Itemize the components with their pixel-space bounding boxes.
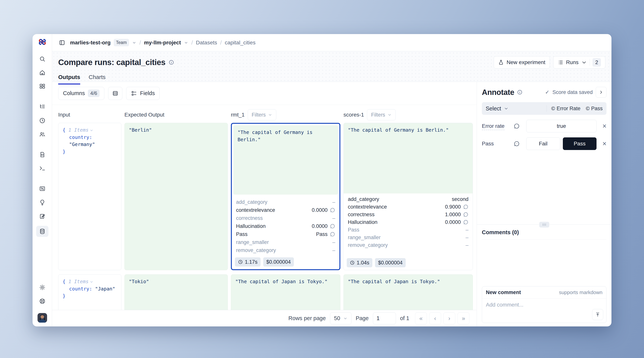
clear-field-button[interactable]: × [596,122,606,130]
latency-value: 1.17s [245,259,258,265]
comment-bubble-icon[interactable] [330,224,335,229]
chevron-down-icon[interactable] [132,40,136,45]
run-output-cell-rmt1[interactable]: "The capital of Germany is Berlin." add_… [231,123,340,270]
collapse-panel-button[interactable] [596,87,606,98]
home-icon[interactable] [38,68,46,77]
metric-label: Hallucination [348,219,445,225]
spec-symbol: © [551,106,555,112]
breadcrumb-datasets[interactable]: Datasets [196,40,217,46]
last-page-button[interactable]: » [458,313,470,324]
sidebar-toggle-icon[interactable] [58,38,66,47]
fail-option-button[interactable]: Fail [526,137,560,150]
comment-input[interactable] [486,302,602,318]
metric-label: add_category [236,199,332,205]
resize-handle[interactable] [539,222,549,228]
column-header-expected[interactable]: Expected Output [124,112,228,118]
next-page-button[interactable]: › [443,313,455,324]
traces-tree-icon[interactable] [38,103,46,111]
spec-badge-error-rate[interactable]: ©Error Rate [551,106,580,112]
comment-bubble-icon[interactable] [463,219,468,225]
chevron-down-icon [343,316,348,321]
submit-comment-button[interactable] [592,309,603,320]
tab-outputs[interactable]: Outputs [58,74,80,85]
metric-value: – [466,227,468,233]
metrics-list: add_category– contextrelevance0.0000 cor… [232,196,340,255]
chevron-down-icon[interactable] [184,40,188,45]
breadcrumb-project[interactable]: my-llm-project [144,40,181,46]
row-height-icon [112,90,118,96]
chevron-down-icon [388,113,392,117]
runs-count-badge[interactable]: 2 [592,58,601,67]
json-items-label[interactable]: 1 Items [68,279,88,284]
page-count-label: of 1 [400,315,409,322]
comment-bubble-icon[interactable] [330,207,335,213]
code-file-icon[interactable] [38,150,46,159]
input-cell[interactable]: { 1 Items country: "Germany" } [58,123,121,270]
fields-label: Fields [140,90,155,96]
metric-label: Pass [348,227,466,233]
annotation-clipboard-icon[interactable] [38,212,46,220]
metric-value: – [332,247,335,253]
error-rate-input[interactable] [526,120,596,132]
chevron-down-icon[interactable] [90,128,94,132]
pass-option-button[interactable]: Pass [563,137,597,150]
comment-bubble-icon[interactable] [463,212,468,217]
json-value: "Japan" [95,286,115,292]
terminal-icon[interactable] [38,164,46,173]
spec-badge-pass[interactable]: ©Pass [586,106,603,112]
user-avatar[interactable] [38,313,47,323]
breadcrumb-current[interactable]: capital_cities [225,40,256,46]
comment-bubble-dots-icon[interactable] [514,141,526,147]
column-header-scores1[interactable]: scores-1 [344,112,364,118]
history-clock-icon[interactable] [38,116,46,125]
rows-per-page-select[interactable]: 50 [330,313,352,324]
chevron-down-icon[interactable] [90,280,94,284]
info-icon[interactable] [168,59,174,65]
latency-chip[interactable]: 1.17s [235,257,260,267]
previous-page-button[interactable]: ‹ [429,313,441,324]
org-logo[interactable] [38,37,47,46]
first-page-button[interactable]: « [415,313,427,324]
help-lifebuoy-icon[interactable] [38,297,46,305]
column-header-input[interactable]: Input [58,112,121,118]
filters-button-rmt1[interactable]: Filters [248,109,276,120]
info-icon[interactable] [517,89,523,95]
input-cell[interactable]: { 1 Items country: "Japan" } [58,274,121,310]
select-dropdown[interactable]: Select [486,105,508,112]
cost-chip[interactable]: $0.000004 [375,258,406,267]
row-height-button[interactable] [108,87,122,100]
team-badge: Team [114,39,129,46]
runs-button[interactable]: Runs 2 [553,56,605,68]
clear-field-button[interactable]: × [596,140,606,148]
expected-output-cell[interactable]: "Tokio" [124,274,228,310]
cost-chip[interactable]: $0.000004 [263,257,294,267]
table-row: { 1 Items country: "Japan" } "Tokio" "Th… [58,274,477,310]
comment-bubble-icon[interactable] [463,204,468,210]
expected-output-cell[interactable]: "Berlin" [124,123,228,270]
tab-bar: Outputs Charts [58,74,605,85]
run-output-cell-rmt1[interactable]: "The capital of Japan is Tokyo." [231,274,340,310]
dashboard-icon[interactable] [38,82,46,91]
datasets-database-icon[interactable] [36,226,48,237]
breadcrumb-org[interactable]: marlies-test-org [70,40,111,46]
columns-button[interactable]: Columns 4/6 [58,87,104,100]
results-grid: Input Expected Output rmt_1 Filters scor… [52,105,477,310]
run-output-text: "The capital of Germany is Berlin." [233,125,338,195]
users-icon[interactable] [38,130,46,139]
run-output-cell-scores1[interactable]: "The capital of Japan is Tokyo." [344,274,473,310]
tab-charts[interactable]: Charts [89,74,106,85]
settings-gear-icon[interactable] [38,283,46,292]
new-experiment-button[interactable]: New experiment [494,56,550,68]
page-number-input[interactable] [373,313,396,324]
filters-button-scores1[interactable]: Filters [367,109,396,120]
comment-bubble-icon[interactable] [514,123,526,129]
fields-button[interactable]: Fields [126,87,160,100]
comment-bubble-icon[interactable] [330,232,335,237]
playground-board-icon[interactable] [38,184,46,193]
lightbulb-icon[interactable] [38,198,46,207]
run-output-cell-scores1[interactable]: "The capital of Germany is Berlin." add_… [344,123,473,270]
search-icon[interactable] [38,55,46,63]
json-items-label[interactable]: 1 Items [68,127,88,133]
latency-chip[interactable]: 1.04s [347,258,372,267]
column-header-rmt1[interactable]: rmt_1 [231,112,245,118]
